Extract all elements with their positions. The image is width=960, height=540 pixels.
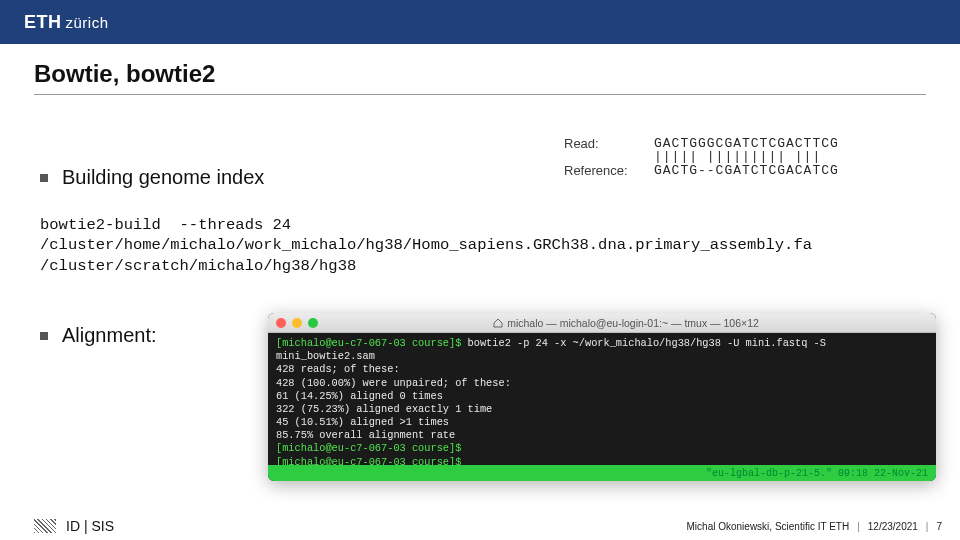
bullet-alignment: Alignment: [40,324,157,347]
footer-left: ID | SIS [34,518,114,534]
alignment-ticks: ||||| ||||||||| ||| [564,151,940,163]
prompt: [michalo@eu-c7-067-03 course]$ [276,442,461,454]
reference-label: Reference: [564,163,654,178]
bullet-icon [40,174,48,182]
footer-author: Michal Okoniewski, Scientific IT ETH [687,521,850,532]
code-block: bowtie2-build --threads 24 /cluster/home… [40,215,930,276]
bullet-icon [40,332,48,340]
slide: ETH zürich Bowtie, bowtie2 Building geno… [0,0,960,540]
terminal-body[interactable]: [michalo@eu-c7-067-03 course]$ bowtie2 -… [268,333,936,481]
term-line: 85.75% overall alignment rate [276,429,928,442]
separator: | [926,521,929,532]
footer-page: 7 [936,521,942,532]
read-reference-diagram: Read: GACTGGGCGATCTCGACTTCG ||||| ||||||… [564,136,940,178]
terminal-title: michalo — michalo@eu-login-01:~ — tmux —… [324,317,928,329]
home-icon [493,318,503,328]
term-line: 61 (14.25%) aligned 0 times [276,390,928,403]
prompt: [michalo@eu-c7-067-03 course]$ [276,337,461,349]
term-line: 428 (100.00%) were unpaired; of these: [276,377,928,390]
footer-right: Michal Okoniewski, Scientific IT ETH | 1… [687,521,942,532]
footer-date: 12/23/2021 [868,521,918,532]
minimize-icon[interactable] [292,318,302,328]
tmux-status-bar: "eu-lgbal-db-p-21-5." 09:18 22-Nov-21 [268,465,936,481]
status-right: "eu-lgbal-db-p-21-5." 09:18 22-Nov-21 [706,468,928,479]
header-bar: ETH zürich [0,0,960,44]
eth-logo: ETH zürich [24,12,109,33]
read-label: Read: [564,136,654,151]
footer-left-text: ID | SIS [66,518,114,534]
close-icon[interactable] [276,318,286,328]
page-title: Bowtie, bowtie2 [34,60,215,88]
term-line: 45 (10.51%) aligned >1 times [276,416,928,429]
terminal-window: michalo — michalo@eu-login-01:~ — tmux —… [268,313,936,481]
brand-text: ETH [24,12,62,33]
separator: | [857,521,860,532]
footer-logo-icon [34,519,56,533]
bullet-text: Building genome index [62,166,264,189]
footer: ID | SIS Michal Okoniewski, Scientific I… [0,512,960,540]
terminal-titlebar: michalo — michalo@eu-login-01:~ — tmux —… [268,313,936,333]
term-line: 428 reads; of these: [276,363,928,376]
terminal-title-text: michalo — michalo@eu-login-01:~ — tmux —… [507,317,759,329]
term-line: 322 (75.23%) aligned exactly 1 time [276,403,928,416]
title-underline [34,94,926,95]
maximize-icon[interactable] [308,318,318,328]
reference-sequence: GACTG--CGATCTCGACATCG [654,163,839,178]
bullet-text: Alignment: [62,324,157,347]
brand-suffix: zürich [66,14,109,31]
bullet-build-index: Building genome index [40,166,264,189]
